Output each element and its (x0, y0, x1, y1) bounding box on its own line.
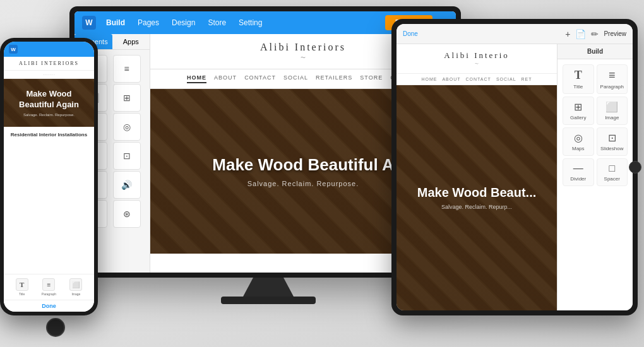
tablet-hero-title: Make Wood Beaut... (417, 185, 537, 200)
panel-paragraph[interactable]: ≡ Paragraph (597, 64, 628, 94)
nav-setting[interactable]: Setting (239, 18, 262, 27)
image-label: Image (71, 292, 80, 296)
phone-section: Residential Interior Installations (4, 127, 94, 143)
tablet-nav-retailers[interactable]: RET (522, 77, 532, 81)
panel-maps[interactable]: ◎ Maps (563, 127, 594, 156)
tablet-hero-subtitle: Salvage. Reclaim. Repurp... (441, 204, 512, 210)
phone-tool-image[interactable]: ⬜ Image (69, 278, 82, 296)
panel-divider[interactable]: — Divider (563, 158, 594, 186)
paragraph-icon: ≡ (124, 64, 129, 74)
tab-apps[interactable]: Apps (112, 34, 150, 49)
title-label: Title (19, 292, 25, 296)
phone-toolbar: T Title ≡ Paragraph ⬜ Image (4, 274, 94, 300)
website-nav-social[interactable]: SOCIAL (283, 74, 308, 83)
edit-icon[interactable]: ✏ (591, 29, 599, 39)
phone-nav-dots: · · · · · · · (43, 73, 54, 76)
document-icon[interactable]: 📄 (575, 29, 586, 39)
phone-body: W ALIBI INTERIORS · · · · · · · Make Woo… (0, 38, 98, 315)
panel-title-label: Title (573, 84, 583, 90)
gallery-icon: ⊞ (123, 93, 131, 103)
website-nav-contact[interactable]: CONTACT (244, 74, 276, 83)
panel-image-icon: ⬜ (605, 101, 618, 113)
website-nav-store[interactable]: STORE (360, 74, 383, 83)
tablet-logo: Alibi Interio (403, 50, 551, 61)
gallery-element[interactable]: ⊞ (113, 84, 141, 112)
phone-hero-title: Make Wood Beautiful Again (10, 89, 88, 110)
tablet-device: Done + 📄 ✏ Preview Alibi Interio 〜 (391, 19, 644, 328)
tablet-nav: HOME ABOUT CONTACT SOCIAL RET (397, 74, 557, 85)
hero-title: Make Wood Beautiful A (212, 155, 393, 175)
paragraph-icon: ≡ (42, 278, 55, 291)
slideshow-element[interactable]: ⊡ (113, 142, 141, 170)
website-nav-home[interactable]: HOME (187, 74, 206, 83)
nav-pages[interactable]: Pages (138, 18, 159, 27)
hero-subtitle: Salvage. Reclaim. Repurpose. (247, 180, 359, 187)
monitor-stand (243, 278, 294, 297)
panel-divider-label: Divider (570, 176, 586, 182)
panel-gallery-icon: ⊞ (574, 101, 582, 113)
tablet-nav-social[interactable]: SOCIAL (496, 77, 516, 81)
phone-logo: W (9, 45, 18, 54)
weebly-logo: W (82, 16, 96, 30)
mobile-phone: W ALIBI INTERIORS · · · · · · · Make Woo… (0, 38, 110, 328)
panel-gallery[interactable]: ⊞ Gallery (563, 97, 594, 125)
map-element[interactable]: ◎ (113, 113, 141, 141)
phone-content: ALIBI INTERIORS · · · · · · · Make Wood … (4, 57, 94, 274)
phone-website-header: ALIBI INTERIORS (4, 57, 94, 71)
panel-maps-label: Maps (572, 146, 585, 151)
widget-element[interactable]: ⊛ (113, 200, 141, 228)
nav-store[interactable]: Store (208, 18, 226, 27)
tablet-content: Alibi Interio 〜 HOME ABOUT CONTACT SOCIA… (397, 44, 633, 310)
panel-grid: T Title ≡ Paragraph ⊞ Gallery ⬜ (558, 59, 633, 191)
phone-done-button[interactable]: Done (4, 300, 94, 312)
image-icon: ⬜ (69, 278, 82, 291)
tablet-body: Done + 📄 ✏ Preview Alibi Interio 〜 (391, 19, 638, 315)
add-icon[interactable]: + (565, 29, 570, 39)
tablet-topbar: Done + 📄 ✏ Preview (397, 24, 633, 44)
monitor-base (221, 297, 316, 304)
phone-screen: W ALIBI INTERIORS · · · · · · · Make Woo… (4, 42, 94, 312)
nav-design[interactable]: Design (172, 18, 195, 27)
phone-home-button[interactable] (46, 318, 65, 337)
phone-nav: · · · · · · · (4, 71, 94, 79)
tablet-screen: Done + 📄 ✏ Preview Alibi Interio 〜 (397, 24, 633, 310)
phone-hero-subtitle: Salvage. Reclaim. Repurpose. (10, 113, 88, 117)
title-icon: T (16, 278, 28, 291)
phone-tool-title[interactable]: T Title (16, 278, 28, 296)
nav-build[interactable]: Build (106, 18, 125, 27)
paragraph-element[interactable]: ≡ (113, 55, 141, 83)
widget-icon: ⊛ (123, 209, 131, 219)
panel-divider-icon: — (573, 163, 583, 174)
tablet-topbar-actions: + 📄 ✏ Preview (565, 29, 626, 39)
monitor-nav: Build Pages Design Store Setting (106, 18, 385, 27)
tablet-hero: Make Wood Beaut... Salvage. Reclaim. Rep… (397, 85, 557, 310)
phone-topbar: W (4, 42, 94, 57)
panel-title-icon: T (575, 69, 582, 82)
phone-tool-paragraph[interactable]: ≡ Paragraph (42, 278, 56, 296)
panel-title[interactable]: T Title (563, 64, 594, 94)
website-nav-about[interactable]: ABOUT (214, 74, 237, 83)
panel-image[interactable]: ⬜ Image (597, 97, 628, 125)
panel-image-label: Image (605, 115, 619, 121)
panel-spacer[interactable]: □ Spacer (597, 158, 628, 186)
audio-element[interactable]: 🔊 (113, 171, 141, 199)
preview-button[interactable]: Preview (604, 30, 626, 37)
audio-icon: 🔊 (121, 180, 132, 190)
tablet-done-button[interactable]: Done (403, 30, 418, 37)
tablet-nav-contact[interactable]: CONTACT (466, 77, 491, 81)
phone-hero: Make Wood Beautiful Again Salvage. Recla… (4, 79, 94, 127)
tablet-home-button[interactable] (629, 161, 641, 174)
tablet-logo-sub: 〜 (403, 61, 551, 67)
paragraph-label: Paragraph (42, 292, 56, 296)
website-nav-retailers[interactable]: RETAILERS (316, 74, 352, 83)
tablet-website: Alibi Interio 〜 HOME ABOUT CONTACT SOCIA… (397, 44, 557, 310)
tablet-build-panel: Build T Title ≡ Paragraph ⊞ Gallery (557, 44, 633, 310)
panel-paragraph-icon: ≡ (609, 69, 616, 82)
phone-section-title: Residential Interior Installations (9, 132, 89, 138)
phone-logo-text: ALIBI INTERIORS (8, 61, 90, 66)
tablet-nav-home[interactable]: HOME (421, 77, 437, 81)
tablet-nav-about[interactable]: ABOUT (442, 77, 460, 81)
panel-slideshow-label: Slideshow (600, 146, 623, 151)
panel-spacer-label: Spacer (604, 176, 620, 182)
panel-slideshow[interactable]: ⊡ Slideshow (597, 127, 628, 156)
